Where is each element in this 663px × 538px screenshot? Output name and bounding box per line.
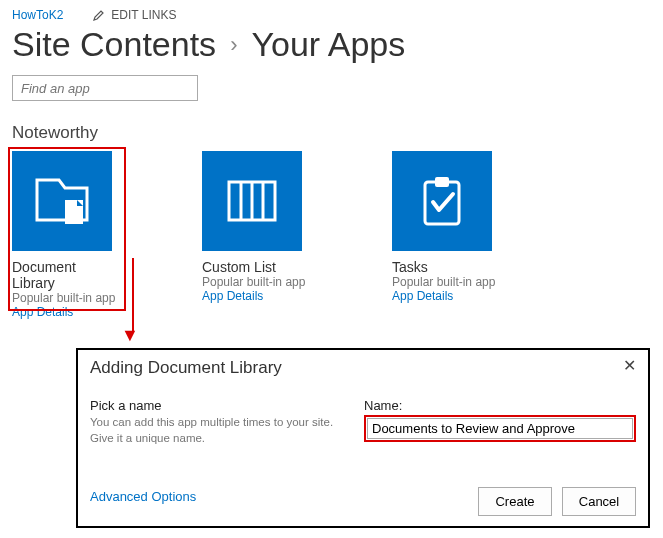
site-name-link[interactable]: HowToK2 — [12, 8, 63, 22]
cancel-button[interactable]: Cancel — [562, 487, 636, 516]
pick-name-description: You can add this app multiple times to y… — [90, 415, 340, 446]
app-details-link[interactable]: App Details — [12, 305, 122, 319]
breadcrumb: Site Contents › Your Apps — [12, 26, 651, 63]
app-name: Document Library — [12, 259, 122, 291]
chevron-right-icon: › — [230, 33, 237, 57]
app-name-field[interactable] — [367, 418, 633, 439]
create-button[interactable]: Create — [478, 487, 552, 516]
advanced-options-link[interactable]: Advanced Options — [90, 489, 196, 504]
app-name: Custom List — [202, 259, 312, 275]
app-sub: Popular built-in app — [392, 275, 502, 289]
pick-name-heading: Pick a name — [90, 398, 340, 413]
svg-rect-7 — [425, 182, 459, 224]
app-details-link[interactable]: App Details — [392, 289, 502, 303]
search-input[interactable] — [19, 80, 192, 97]
app-sub: Popular built-in app — [12, 291, 122, 305]
app-tile[interactable]: Custom List Popular built-in app App Det… — [202, 151, 312, 319]
section-heading: Noteworthy — [12, 123, 651, 143]
name-label: Name: — [364, 398, 636, 413]
custom-list-icon[interactable] — [202, 151, 302, 251]
app-tile[interactable]: Tasks Popular built-in app App Details — [392, 151, 502, 319]
breadcrumb-current: Your Apps — [251, 26, 405, 63]
pencil-icon — [93, 9, 105, 21]
app-sub: Popular built-in app — [202, 275, 312, 289]
edit-links-button[interactable]: EDIT LINKS — [93, 8, 176, 22]
app-tile[interactable]: Document Library Popular built-in app Ap… — [12, 151, 122, 319]
top-link-bar: HowToK2 EDIT LINKS — [12, 8, 651, 22]
breadcrumb-parent[interactable]: Site Contents — [12, 26, 216, 63]
dialog-title: Adding Document Library — [90, 358, 282, 378]
close-icon[interactable]: ✕ — [623, 358, 636, 374]
annotation-highlight — [364, 415, 636, 442]
search-box[interactable] — [12, 75, 198, 101]
app-name: Tasks — [392, 259, 502, 275]
add-app-dialog: Adding Document Library ✕ Pick a name Yo… — [76, 348, 650, 528]
edit-links-label: EDIT LINKS — [111, 8, 176, 22]
app-tiles-row: Document Library Popular built-in app Ap… — [12, 151, 651, 319]
svg-rect-8 — [435, 177, 449, 187]
tasks-icon[interactable] — [392, 151, 492, 251]
app-details-link[interactable]: App Details — [202, 289, 312, 303]
document-library-icon[interactable] — [12, 151, 112, 251]
